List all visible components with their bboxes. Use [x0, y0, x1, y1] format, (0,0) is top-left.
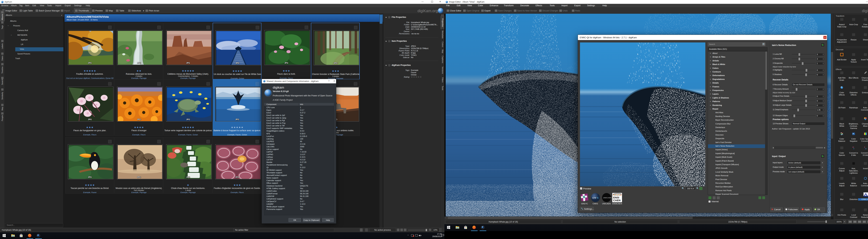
svg-text:CAEN: CAEN	[613, 199, 621, 202]
svg-text:cnr: cnr	[592, 196, 596, 199]
svg-text:s: s	[597, 196, 598, 199]
svg-text:16: 16	[865, 148, 867, 149]
svg-text:8: 8	[854, 148, 854, 149]
svg-text:ENSI: ENSI	[613, 196, 619, 199]
svg-text:UNICAEN: UNICAEN	[603, 197, 611, 199]
